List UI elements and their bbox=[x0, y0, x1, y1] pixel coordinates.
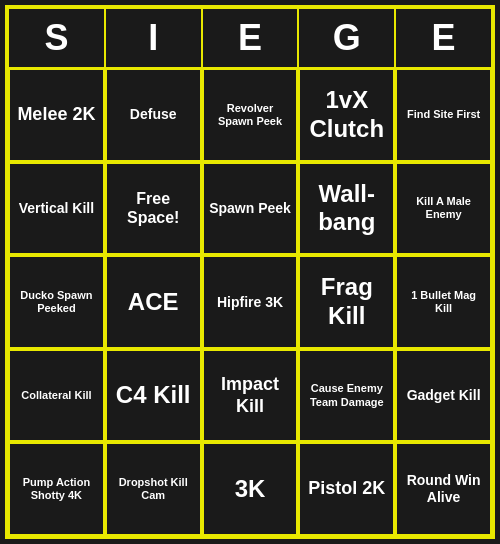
bingo-cell: Wall-bang bbox=[298, 162, 395, 256]
bingo-cell: Vertical Kill bbox=[8, 162, 105, 256]
bingo-cell: Impact Kill bbox=[202, 349, 299, 443]
header-letter: E bbox=[395, 8, 492, 68]
bingo-cell: Pistol 2K bbox=[298, 442, 395, 536]
bingo-cell: Kill A Male Enemy bbox=[395, 162, 492, 256]
bingo-row: Collateral KillC4 KillImpact KillCause E… bbox=[8, 349, 492, 443]
header-letter: I bbox=[105, 8, 202, 68]
bingo-cell: Revolver Spawn Peek bbox=[202, 68, 299, 162]
bingo-grid: Melee 2KDefuseRevolver Spawn Peek1vX Clu… bbox=[8, 68, 492, 536]
header-letter: G bbox=[298, 8, 395, 68]
bingo-row: Pump Action Shotty 4KDropshot Kill Cam3K… bbox=[8, 442, 492, 536]
bingo-row: Melee 2KDefuseRevolver Spawn Peek1vX Clu… bbox=[8, 68, 492, 162]
bingo-cell: Collateral Kill bbox=[8, 349, 105, 443]
bingo-row: Ducko Spawn PeekedACEHipfire 3KFrag Kill… bbox=[8, 255, 492, 349]
bingo-cell: Dropshot Kill Cam bbox=[105, 442, 202, 536]
bingo-row: Vertical KillFree Space!Spawn PeekWall-b… bbox=[8, 162, 492, 256]
bingo-cell: 1vX Clutch bbox=[298, 68, 395, 162]
bingo-cell: Round Win Alive bbox=[395, 442, 492, 536]
bingo-cell: Frag Kill bbox=[298, 255, 395, 349]
bingo-cell: Free Space! bbox=[105, 162, 202, 256]
bingo-cell: ACE bbox=[105, 255, 202, 349]
bingo-cell: Pump Action Shotty 4K bbox=[8, 442, 105, 536]
bingo-header: SIEGE bbox=[8, 8, 492, 68]
bingo-cell: Cause Enemy Team Damage bbox=[298, 349, 395, 443]
bingo-cell: Melee 2K bbox=[8, 68, 105, 162]
bingo-cell: 3K bbox=[202, 442, 299, 536]
bingo-cell: Find Site First bbox=[395, 68, 492, 162]
bingo-cell: 1 Bullet Mag Kill bbox=[395, 255, 492, 349]
bingo-cell: C4 Kill bbox=[105, 349, 202, 443]
header-letter: E bbox=[202, 8, 299, 68]
bingo-cell: Spawn Peek bbox=[202, 162, 299, 256]
bingo-cell: Hipfire 3K bbox=[202, 255, 299, 349]
bingo-card: SIEGE Melee 2KDefuseRevolver Spawn Peek1… bbox=[5, 5, 495, 539]
bingo-cell: Defuse bbox=[105, 68, 202, 162]
bingo-cell: Gadget Kill bbox=[395, 349, 492, 443]
bingo-cell: Ducko Spawn Peeked bbox=[8, 255, 105, 349]
header-letter: S bbox=[8, 8, 105, 68]
